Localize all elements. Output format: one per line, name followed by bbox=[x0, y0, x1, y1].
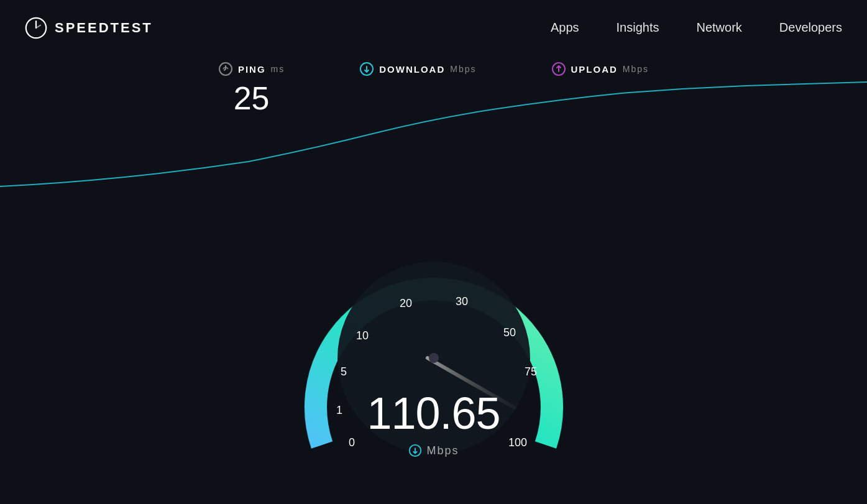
nav-developers[interactable]: Developers bbox=[779, 21, 842, 35]
ping-icon bbox=[218, 62, 233, 76]
gauge-label-75: 75 bbox=[524, 365, 536, 378]
gauge-label-50: 50 bbox=[503, 326, 515, 339]
nav-apps[interactable]: Apps bbox=[551, 21, 579, 35]
gauge-label-20: 20 bbox=[399, 297, 411, 309]
header: SPEEDTEST Apps Insights Network Develope… bbox=[0, 0, 867, 55]
download-unit: Mbps bbox=[450, 64, 476, 74]
ping-stat: PING ms 25 bbox=[218, 62, 285, 117]
logo-text: SPEEDTEST bbox=[55, 20, 153, 36]
speedtest-logo-icon bbox=[25, 17, 47, 39]
download-icon bbox=[359, 62, 374, 76]
download-stat: DOWNLOAD Mbps bbox=[359, 62, 476, 117]
upload-label-text: UPLOAD bbox=[571, 64, 618, 75]
gauge-center-dot bbox=[429, 353, 439, 363]
gauge-reading-value: 110.65 bbox=[367, 388, 500, 438]
upload-icon bbox=[551, 62, 566, 76]
logo[interactable]: SPEEDTEST bbox=[25, 17, 153, 39]
nav-network[interactable]: Network bbox=[696, 21, 741, 35]
ping-label: PING ms bbox=[218, 62, 285, 76]
ping-label-text: PING bbox=[238, 64, 266, 75]
gauge-label-100: 100 bbox=[508, 436, 526, 449]
upload-label: UPLOAD Mbps bbox=[551, 62, 649, 76]
speed-gauge: 0 1 5 10 20 30 50 75 100 110.65 Mbps bbox=[285, 193, 583, 492]
stats-row: PING ms 25 DOWNLOAD Mbps UPLOAD Mbps bbox=[0, 55, 867, 117]
gauge-label-5: 5 bbox=[340, 365, 346, 378]
nav-insights[interactable]: Insights bbox=[617, 21, 659, 35]
download-label-text: DOWNLOAD bbox=[379, 64, 445, 75]
gauge-label-30: 30 bbox=[455, 295, 467, 308]
gauge-label-0: 0 bbox=[348, 436, 354, 449]
main-nav: Apps Insights Network Developers bbox=[551, 21, 842, 35]
gauge-download-icon bbox=[408, 444, 421, 457]
ping-unit: ms bbox=[271, 64, 285, 74]
ping-value: 25 bbox=[234, 79, 270, 117]
upload-stat: UPLOAD Mbps bbox=[551, 62, 649, 117]
gauge-unit: Mbps bbox=[426, 444, 459, 457]
gauge-label-10: 10 bbox=[356, 329, 368, 342]
upload-unit: Mbps bbox=[623, 64, 649, 74]
gauge-label-1: 1 bbox=[336, 404, 342, 416]
download-label: DOWNLOAD Mbps bbox=[359, 62, 476, 76]
